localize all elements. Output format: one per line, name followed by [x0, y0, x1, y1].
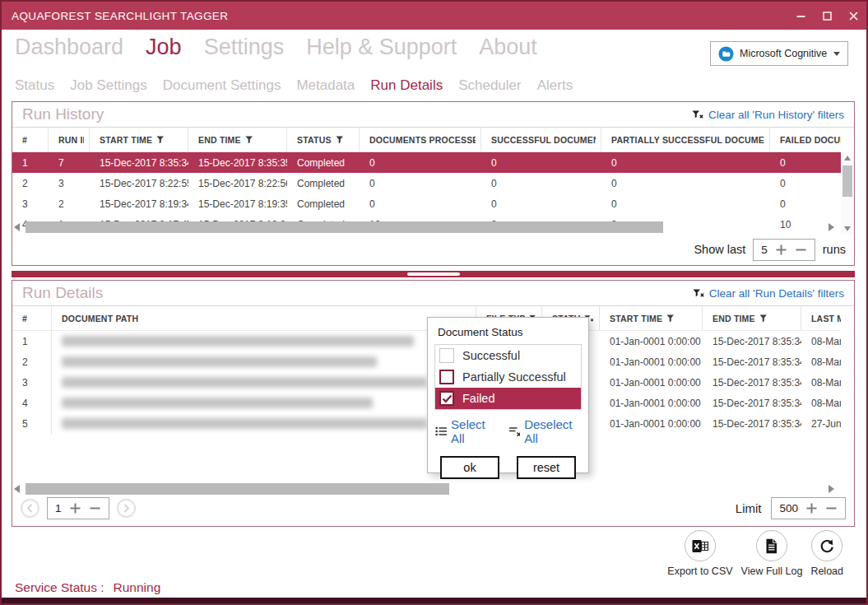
footer-actions: Export to CSVView Full LogReload	[667, 530, 843, 577]
cell-failed: 0	[770, 152, 841, 173]
popup-buttons: ok reset	[440, 456, 576, 479]
cell-successful: 0	[481, 173, 601, 193]
cell-num: 3	[12, 193, 49, 214]
cell-document-path	[52, 331, 476, 351]
maximize-button[interactable]	[814, 2, 840, 30]
increment-button[interactable]	[805, 502, 818, 514]
cell-failed: 0	[770, 193, 841, 214]
decrement-button[interactable]	[825, 502, 838, 514]
nav-item-about[interactable]: About	[479, 35, 537, 60]
column-header-start-time[interactable]: START TIME	[90, 128, 188, 151]
previous-page-button[interactable]	[21, 499, 39, 518]
column-header-successful-documents: SUCCESSFUL DOCUMENTS	[481, 128, 601, 151]
action-reload[interactable]: Reload	[810, 530, 843, 577]
scroll-up-arrow[interactable]	[841, 152, 854, 164]
run-history-row[interactable]: 2315-Dec-2017 8:22:5515-Dec-2017 8:22:56…	[12, 173, 841, 193]
filter-option-label: Partially Successful	[462, 370, 566, 384]
cell-start-time: 01-Jan-0001 0:00:00	[600, 351, 703, 372]
cell-partially-successful: 0	[601, 152, 770, 173]
decrement-button[interactable]	[795, 244, 807, 256]
column-header-number: #	[12, 128, 49, 151]
show-last-stepper[interactable]: 5	[753, 239, 815, 261]
tab-status[interactable]: Status	[15, 77, 54, 94]
tab-scheduler[interactable]: Scheduler	[458, 77, 522, 94]
action-view-full-log[interactable]: View Full Log	[741, 530, 803, 577]
clear-run-history-filters-link[interactable]: Clear all 'Run History' filters	[692, 109, 844, 121]
cell-num: 4	[12, 393, 52, 413]
cell-start-time: 01-Jan-0001 0:00:00	[600, 393, 703, 413]
action-label: Export to CSV	[667, 565, 732, 577]
vertical-scroll-thumb[interactable]	[842, 165, 852, 197]
engine-selector[interactable]: Microsoft Cognitive	[710, 41, 848, 66]
scroll-left-arrow[interactable]	[14, 485, 20, 493]
minimize-button[interactable]	[787, 2, 814, 30]
column-header-end-time[interactable]: END TIME	[188, 128, 287, 151]
nav-item-job[interactable]: Job	[146, 35, 182, 60]
scroll-right-arrow[interactable]	[829, 223, 834, 231]
scroll-left-arrow[interactable]	[14, 223, 20, 231]
checkbox-failed[interactable]	[439, 391, 454, 406]
select-all-icon	[435, 426, 447, 436]
run-history-row[interactable]: 1715-Dec-2017 8:35:3415-Dec-2017 8:35:35…	[12, 152, 841, 173]
service-status-value: Running	[114, 580, 161, 595]
column-header-document-path: DOCUMENT PATH	[52, 306, 476, 330]
popup-title: Document Status	[438, 326, 578, 338]
run-history-title: Run History	[22, 105, 104, 123]
tab-run-details[interactable]: Run Details	[370, 77, 443, 94]
clear-filter-icon	[692, 110, 703, 119]
increment-button[interactable]	[775, 244, 787, 256]
column-header-last-modified: LAST MODIFIED	[801, 306, 841, 330]
nav-item-dashboard[interactable]: Dashboard	[15, 35, 123, 60]
filter-option-failed[interactable]: Failed	[435, 388, 581, 409]
cell-num: 5	[12, 413, 52, 434]
select-all-link[interactable]: Select All	[435, 417, 495, 445]
cell-start: 15-Dec-2017 8:35:34	[90, 152, 188, 173]
horizontal-scroll-thumb[interactable]	[26, 483, 449, 495]
column-header-status[interactable]: STATUS	[287, 128, 360, 151]
deselect-all-label: Deselect All	[524, 417, 581, 445]
cell-end-time: 15-Dec-2017 8:35:34	[703, 413, 801, 434]
filter-option-successful[interactable]: Successful	[435, 345, 581, 366]
tab-job-settings[interactable]: Job Settings	[70, 77, 147, 94]
cell-end-time: 15-Dec-2017 8:35:34	[703, 393, 801, 413]
checkbox-successful[interactable]	[439, 348, 454, 363]
scroll-right-arrow[interactable]	[829, 485, 834, 493]
document-path-redacted	[62, 418, 427, 429]
ok-button[interactable]: ok	[440, 456, 499, 479]
engine-selector-label: Microsoft Cognitive	[740, 48, 828, 59]
next-page-button[interactable]	[117, 499, 136, 518]
cell-run-id: 2	[49, 193, 90, 214]
limit-stepper[interactable]: 500	[771, 497, 846, 519]
action-export-to-csv[interactable]: Export to CSV	[667, 530, 732, 577]
column-header-run-id: RUN ID	[49, 128, 90, 151]
clear-run-details-filters-link[interactable]: Clear all 'Run Details' filters	[693, 287, 844, 300]
increment-button[interactable]	[69, 502, 81, 514]
horizontal-scroll-thumb[interactable]	[26, 221, 663, 233]
cell-processed: 0	[360, 173, 481, 193]
run-history-vertical-scrollbar[interactable]	[841, 152, 854, 235]
run-history-horizontal-scrollbar[interactable]	[14, 221, 834, 234]
tab-document-settings[interactable]: Document Settings	[163, 77, 281, 94]
checkbox-partially-successful[interactable]	[439, 370, 454, 384]
nav-item-settings[interactable]: Settings	[204, 35, 285, 60]
run-details-horizontal-scrollbar[interactable]	[14, 483, 834, 496]
excel-icon	[685, 530, 716, 561]
column-header-start-time[interactable]: START TIME	[600, 306, 703, 330]
action-label: Reload	[810, 565, 843, 577]
run-details-footer: 1 Limit 500	[21, 495, 846, 521]
panel-splitter[interactable]	[12, 271, 855, 277]
cell-end: 15-Dec-2017 8:19:35	[188, 193, 287, 214]
nav-item-help-support[interactable]: Help & Support	[306, 35, 457, 60]
scroll-down-arrow[interactable]	[841, 223, 854, 235]
page-number-stepper[interactable]: 1	[47, 497, 109, 519]
decrement-button[interactable]	[89, 502, 101, 514]
tab-metadata[interactable]: Metadata	[296, 77, 355, 94]
close-button[interactable]	[840, 2, 866, 30]
tab-alerts[interactable]: Alerts	[537, 77, 573, 94]
run-history-row[interactable]: 3215-Dec-2017 8:19:3415-Dec-2017 8:19:35…	[12, 193, 841, 214]
filter-option-partially-successful[interactable]: Partially Successful	[435, 366, 581, 388]
main-nav: DashboardJobSettingsHelp & SupportAbout	[15, 35, 537, 60]
reset-button[interactable]: reset	[517, 456, 576, 479]
deselect-all-link[interactable]: Deselect All	[508, 417, 581, 445]
column-header-end-time[interactable]: END TIME	[703, 306, 801, 330]
